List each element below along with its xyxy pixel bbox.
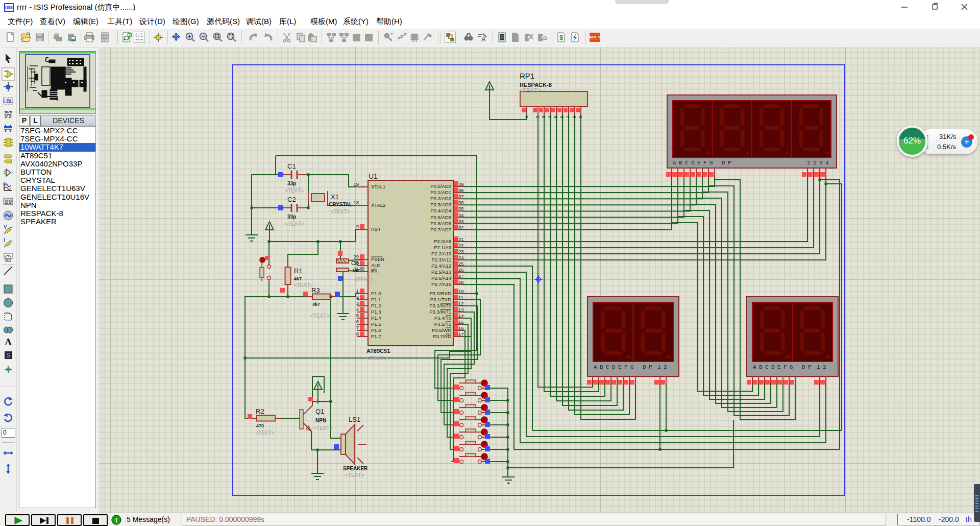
svg-text:<TEXT>: <TEXT>: [255, 430, 274, 436]
svg-text:P0.0/AD0: P0.0/AD0: [430, 183, 451, 189]
svg-text:33p: 33p: [287, 181, 296, 186]
svg-text:36: 36: [458, 200, 464, 205]
svg-text:6: 6: [356, 319, 359, 324]
svg-text:22: 22: [458, 243, 464, 248]
svg-text:<TEXT>: <TEXT>: [313, 425, 332, 431]
svg-text:9: 9: [356, 224, 359, 229]
svg-text:RST: RST: [371, 226, 381, 232]
svg-text:P2.7/A15: P2.7/A15: [431, 281, 451, 287]
svg-text:8: 8: [356, 331, 359, 337]
svg-text:25: 25: [458, 261, 464, 267]
svg-text:7: 7: [566, 115, 571, 118]
svg-text:3: 3: [541, 115, 546, 118]
svg-text:14: 14: [458, 313, 464, 319]
svg-text:8: 8: [572, 115, 577, 118]
svg-text:P0.2/AD2: P0.2/AD2: [430, 196, 451, 201]
svg-text:35: 35: [458, 206, 464, 211]
svg-text:P1.0: P1.0: [371, 291, 381, 296]
svg-text:ARES: ARES: [589, 35, 600, 39]
svg-text:P1.7: P1.7: [371, 333, 381, 339]
svg-text:LS1: LS1: [349, 416, 360, 423]
svg-text:15: 15: [458, 319, 464, 325]
svg-text:NPN: NPN: [315, 418, 326, 423]
svg-text:P1.3: P1.3: [371, 309, 381, 315]
svg-text:4: 4: [356, 306, 359, 312]
svg-text:<TEXT>: <TEXT>: [366, 355, 387, 361]
svg-text:5: 5: [553, 115, 558, 118]
svg-text:<TEXT>: <TEXT>: [345, 472, 364, 478]
svg-text:13: 13: [458, 307, 464, 313]
svg-text:PSEN: PSEN: [371, 256, 384, 262]
svg-text:37: 37: [458, 194, 464, 199]
svg-text:1: 1: [524, 115, 529, 118]
svg-text:34: 34: [458, 212, 464, 218]
svg-text:12: 12: [817, 364, 829, 370]
svg-text:P2.4/A12: P2.4/A12: [431, 263, 451, 269]
svg-text:P2.6/A14: P2.6/A14: [431, 275, 451, 281]
svg-text:EA: EA: [371, 269, 378, 274]
svg-text:21: 21: [458, 236, 464, 242]
svg-text:P3.1/TXD: P3.1/TXD: [430, 297, 451, 302]
svg-text:R3: R3: [311, 286, 320, 294]
svg-text:<TEXT>: <TEXT>: [294, 282, 313, 288]
svg-text:24: 24: [458, 255, 464, 260]
svg-text:P3.6/WR: P3.6/WR: [432, 327, 451, 333]
svg-text:I: I: [4, 237, 5, 243]
svg-text:33: 33: [458, 219, 464, 224]
svg-text:2: 2: [535, 115, 540, 118]
svg-text:<TEXT>: <TEXT>: [331, 209, 350, 214]
svg-text:P3.0/RXD: P3.0/RXD: [430, 291, 451, 296]
svg-text:S: S: [6, 351, 11, 359]
svg-text:4k7: 4k7: [294, 276, 302, 281]
svg-text:A: A: [5, 337, 12, 347]
svg-text:2: 2: [356, 294, 359, 300]
svg-text:SPEAKER: SPEAKER: [343, 466, 368, 471]
svg-text:$: $: [559, 34, 564, 41]
svg-text:1: 1: [356, 288, 359, 294]
svg-text:10: 10: [458, 289, 464, 294]
svg-text:14F: 14F: [352, 268, 360, 273]
svg-text:<TEXT>: <TEXT>: [520, 87, 541, 93]
svg-text:6: 6: [559, 115, 565, 118]
svg-text:i: i: [115, 516, 117, 524]
svg-text:39: 39: [458, 181, 464, 187]
svg-text:XTAL1: XTAL1: [371, 184, 385, 189]
svg-text:RP1: RP1: [520, 71, 534, 80]
svg-text:27: 27: [458, 273, 464, 279]
svg-text:C1: C1: [287, 162, 296, 170]
svg-text:R2: R2: [256, 408, 264, 415]
svg-text:17: 17: [458, 331, 464, 337]
svg-text:P2.2/A10: P2.2/A10: [431, 251, 451, 256]
svg-text:XTAL2: XTAL2: [371, 202, 385, 208]
svg-text:<TEXT>: <TEXT>: [310, 313, 329, 319]
svg-text:P0.6/AD6: P0.6/AD6: [430, 221, 451, 226]
svg-text:P3.2/INT0: P3.2/INT0: [429, 303, 451, 308]
svg-text:ALE: ALE: [371, 262, 380, 268]
svg-text:26: 26: [458, 267, 464, 273]
svg-text:V: V: [4, 224, 7, 230]
svg-text:<TEXT>: <TEXT>: [354, 277, 373, 282]
svg-text:P3.4/T0: P3.4/T0: [434, 315, 451, 321]
svg-text:4k7: 4k7: [312, 302, 320, 307]
svg-text:P1.2: P1.2: [371, 303, 381, 308]
svg-text:29: 29: [353, 254, 359, 259]
svg-text:4: 4: [547, 115, 552, 118]
svg-text:11: 11: [458, 295, 463, 300]
svg-text:32: 32: [458, 225, 464, 230]
svg-text:P3.7/RD: P3.7/RD: [433, 333, 451, 339]
svg-text:P1.5: P1.5: [371, 321, 381, 327]
svg-text:AT89C51: AT89C51: [366, 348, 390, 354]
svg-text:3: 3: [356, 300, 359, 306]
svg-text:18: 18: [353, 200, 359, 205]
svg-text:28: 28: [458, 279, 464, 285]
svg-text:P3.3/INT1: P3.3/INT1: [429, 309, 451, 315]
svg-text:R1: R1: [294, 267, 303, 275]
svg-text:<TEXT>: <TEXT>: [285, 188, 304, 194]
svg-text:C3: C3: [351, 260, 358, 266]
svg-text:33p: 33p: [287, 214, 296, 220]
svg-text:CRYSTAL: CRYSTAL: [329, 202, 352, 207]
svg-text:1234: 1234: [807, 160, 831, 166]
svg-text:LBL: LBL: [3, 99, 13, 104]
svg-text:U1: U1: [369, 172, 378, 180]
svg-text:C2: C2: [287, 196, 296, 203]
